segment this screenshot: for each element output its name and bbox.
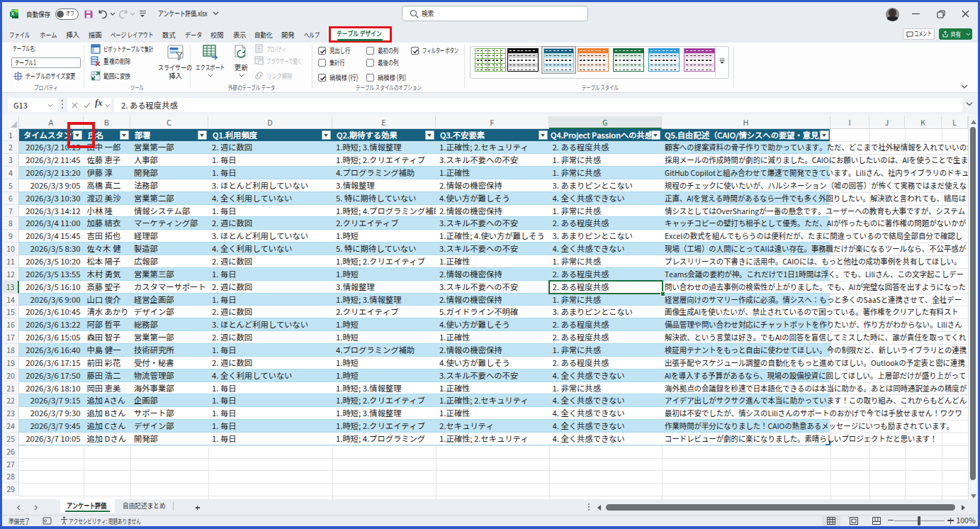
svg-text:X: X	[11, 11, 15, 16]
